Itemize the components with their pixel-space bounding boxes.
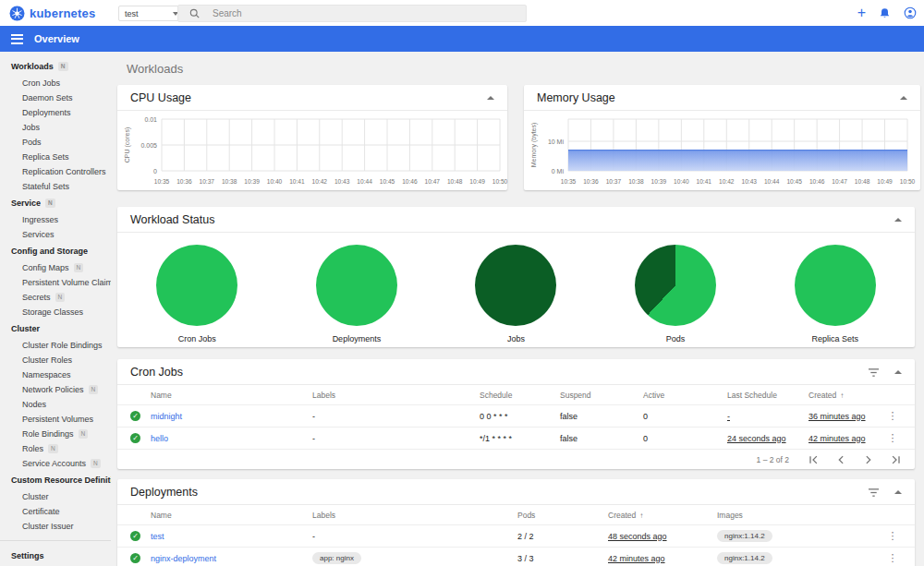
column-header-labels[interactable]: Labels bbox=[312, 391, 480, 400]
sidebar-item-label: Replication Controllers bbox=[22, 167, 106, 176]
memory-usage-card: Memory Usage 0 Mi10 Mi10:3510:3610:3710:… bbox=[524, 85, 920, 190]
created-cell: 48 seconds ago bbox=[608, 532, 717, 541]
sidebar-item-secrets[interactable]: SecretsN bbox=[0, 290, 111, 305]
sidebar-item-nodes[interactable]: Nodes bbox=[0, 397, 111, 412]
filter-icon[interactable] bbox=[868, 488, 880, 498]
column-header-name[interactable]: Name bbox=[151, 391, 312, 400]
deployment-name-link[interactable]: nginx-deployment bbox=[151, 554, 216, 563]
column-header-suspend[interactable]: Suspend bbox=[560, 391, 643, 400]
sidebar-item-cluster-role-bindings[interactable]: Cluster Role Bindings bbox=[0, 338, 111, 353]
search-bar[interactable] bbox=[177, 5, 527, 22]
previous-page-icon[interactable] bbox=[835, 454, 846, 465]
column-header-created[interactable]: Created↑ bbox=[608, 511, 717, 520]
svg-text:10:45: 10:45 bbox=[786, 178, 802, 185]
sidebar-item-jobs[interactable]: Jobs bbox=[0, 120, 111, 135]
column-header-pods[interactable]: Pods bbox=[517, 511, 608, 520]
name-cell: hello bbox=[151, 434, 312, 443]
sidebar-item-cron-jobs[interactable]: Cron Jobs bbox=[0, 76, 111, 90]
sidebar-item-cluster-roles[interactable]: Cluster Roles bbox=[0, 353, 111, 367]
sidebar-item-services[interactable]: Services bbox=[0, 227, 111, 242]
row-menu-icon[interactable]: ⋮ bbox=[883, 552, 902, 564]
sidebar-item-cluster[interactable]: Cluster bbox=[0, 489, 111, 504]
sidebar-item-cluster-issuer[interactable]: Cluster Issuer bbox=[0, 519, 111, 534]
sidebar-item-deployments[interactable]: Deployments bbox=[0, 105, 111, 120]
status-cell: ✓ bbox=[130, 531, 151, 541]
collapse-icon[interactable] bbox=[487, 96, 494, 100]
sidebar-group-service[interactable]: ServiceN bbox=[0, 194, 111, 212]
deployment-name-link[interactable]: test bbox=[151, 532, 164, 541]
svg-text:10:35: 10:35 bbox=[561, 178, 577, 185]
row-menu-icon[interactable]: ⋮ bbox=[883, 432, 902, 444]
namespaced-badge: N bbox=[79, 429, 89, 438]
sidebar-item-persistent-volumes[interactable]: Persistent Volumes bbox=[0, 412, 111, 427]
workload-status-title: Workload Status bbox=[130, 213, 214, 226]
column-header-created[interactable]: Created↑ bbox=[808, 391, 883, 400]
sidebar-item-ingresses[interactable]: Ingresses bbox=[0, 212, 111, 227]
menu-icon[interactable] bbox=[11, 31, 23, 46]
sidebar-item-settings[interactable]: Settings bbox=[0, 547, 111, 565]
search-input[interactable] bbox=[213, 8, 490, 18]
filter-icon[interactable] bbox=[868, 367, 880, 378]
collapse-icon[interactable] bbox=[894, 218, 902, 222]
workload-status-pods: Pods bbox=[596, 245, 756, 343]
row-menu-icon[interactable]: ⋮ bbox=[883, 530, 902, 542]
namespaced-badge: N bbox=[48, 444, 58, 452]
kubernetes-logo[interactable]: kubernetes bbox=[9, 6, 111, 21]
notifications-bell-icon[interactable] bbox=[879, 7, 891, 19]
sidebar-item-roles[interactable]: RolesN bbox=[0, 441, 111, 456]
svg-text:10:48: 10:48 bbox=[447, 178, 463, 185]
collapse-icon[interactable] bbox=[894, 370, 902, 374]
sidebar-item-label: Nodes bbox=[22, 400, 46, 409]
sidebar-item-namespaces[interactable]: Namespaces bbox=[0, 367, 111, 382]
cpu-usage-title: CPU Usage bbox=[130, 91, 191, 104]
user-account-icon[interactable] bbox=[904, 6, 917, 19]
sidebar-item-certificate[interactable]: Certificate bbox=[0, 504, 111, 519]
sidebar-item-service-accounts[interactable]: Service AccountsN bbox=[0, 456, 111, 471]
column-header-active[interactable]: Active bbox=[643, 391, 727, 400]
sidebar-item-label: Pods bbox=[22, 138, 42, 147]
sidebar-item-role-bindings[interactable]: Role BindingsN bbox=[0, 427, 111, 441]
suspend-cell: false bbox=[560, 412, 643, 421]
sort-ascending-icon: ↑ bbox=[840, 391, 844, 400]
table-row: ✓test-2 / 248 seconds agonginx:1.14.2⋮ bbox=[117, 524, 915, 547]
column-header-name[interactable]: Name bbox=[151, 511, 312, 520]
memory-usage-chart: 0 Mi10 Mi10:3510:3610:3710:3810:3910:401… bbox=[524, 111, 920, 193]
workload-status-deployments: Deployments bbox=[277, 245, 437, 343]
table-row: ✓hello-*/1 * * * *false024 seconds ago42… bbox=[117, 427, 915, 449]
sidebar-group-workloads[interactable]: WorkloadsN bbox=[0, 57, 111, 76]
namespace-select[interactable]: test bbox=[118, 6, 185, 21]
cronjob-name-link[interactable]: midnight bbox=[151, 412, 182, 421]
sidebar-item-label: Cluster Role Bindings bbox=[22, 341, 103, 350]
column-header-labels[interactable]: Labels bbox=[312, 511, 517, 520]
next-page-icon[interactable] bbox=[863, 454, 874, 465]
last-page-icon[interactable] bbox=[891, 454, 902, 465]
sidebar-item-replication-controllers[interactable]: Replication Controllers bbox=[0, 164, 111, 179]
svg-text:10:42: 10:42 bbox=[719, 178, 735, 185]
sidebar-item-pods[interactable]: Pods bbox=[0, 135, 111, 150]
column-header-schedule[interactable]: Schedule bbox=[480, 391, 560, 400]
images-cell: nginx:1.14.2 bbox=[717, 552, 883, 564]
cronjob-name-link[interactable]: hello bbox=[151, 434, 168, 443]
sidebar-item-stateful-sets[interactable]: Stateful Sets bbox=[0, 179, 111, 194]
pie-chart-pods bbox=[635, 245, 716, 326]
sidebar-item-replica-sets[interactable]: Replica Sets bbox=[0, 150, 111, 164]
table-header-row: NameLabelsPodsCreated↑Images bbox=[117, 505, 915, 524]
sidebar-item-daemon-sets[interactable]: Daemon Sets bbox=[0, 90, 111, 105]
pods-cell: 2 / 2 bbox=[517, 532, 608, 541]
sidebar-item-config-maps[interactable]: Config MapsN bbox=[0, 260, 111, 275]
row-menu-icon[interactable]: ⋮ bbox=[883, 410, 902, 422]
sidebar-item-label: Services bbox=[22, 230, 55, 239]
sidebar-item-storage-classes[interactable]: Storage Classes bbox=[0, 305, 111, 319]
cron-jobs-card: Cron Jobs NameLabelsScheduleSuspendActiv… bbox=[117, 359, 915, 469]
create-resource-button[interactable]: + bbox=[857, 6, 866, 20]
collapse-icon[interactable] bbox=[894, 490, 902, 494]
sidebar-item-label: Cron Jobs bbox=[22, 78, 60, 88]
name-cell: test bbox=[151, 532, 312, 541]
first-page-icon[interactable] bbox=[808, 454, 819, 465]
column-header-last-schedule[interactable]: Last Schedule bbox=[727, 391, 808, 400]
collapse-icon[interactable] bbox=[900, 96, 907, 100]
svg-text:10:38: 10:38 bbox=[222, 178, 237, 185]
sidebar-item-network-policies[interactable]: Network PoliciesN bbox=[0, 382, 111, 397]
sidebar-item-persistent-volume-claims[interactable]: Persistent Volume ClaimsN bbox=[0, 275, 111, 290]
column-header-images[interactable]: Images bbox=[717, 511, 883, 520]
